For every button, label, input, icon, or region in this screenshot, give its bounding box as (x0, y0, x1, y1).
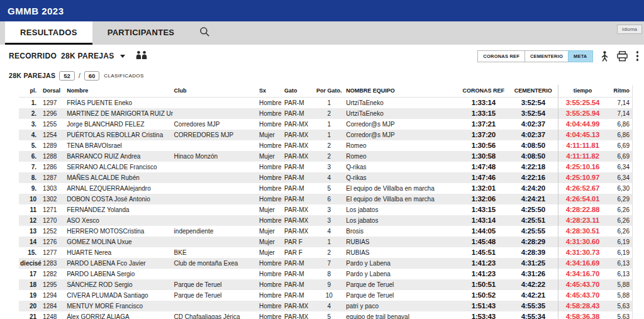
checkpoint-meta-button[interactable]: META (568, 50, 593, 62)
cell-por-cat: 10 (313, 290, 345, 301)
cell-cementerio: 3:52:54 (509, 98, 558, 108)
cell-tiempo: 4:11:11.81 (558, 140, 607, 151)
runner-icon[interactable] (600, 50, 609, 62)
cell-nombre: DOBON COSTA José Antonio (65, 194, 172, 204)
cell-equipo: RUBIAS (345, 237, 458, 247)
cell-club (173, 301, 258, 311)
cell-cat: PAR-M (283, 290, 313, 301)
cell-cementerio: 4:08:50 (509, 140, 558, 151)
cell-equipo: Corredor@s MJP (345, 130, 458, 140)
cell-tiempo: 4:26:52.67 (558, 183, 607, 194)
cell-sx: Hombre (258, 194, 283, 204)
cell-dorsal: 1296 (42, 108, 65, 119)
cell-cementerio: 4:25:55 (509, 226, 558, 237)
cell-coronas-ref: 1:50:52 (458, 290, 509, 301)
recorrido-label: RECORRIDO (9, 52, 57, 60)
cell-pl: 8. (19, 172, 42, 183)
table-row[interactable]: 4.1254PUÉRTOLAS REBOLLAR CristinaCORREDO… (19, 130, 633, 140)
cell-ritmo: 6,26 (607, 215, 632, 226)
table-row[interactable]: 8.1287MAÑES ALCALDE RubénHombrePAR-M4Q-r… (19, 172, 633, 183)
cell-nombre: FRÍAS PUENTE Eneko (65, 98, 172, 108)
checkpoint-cementerio-button[interactable]: CEMENTERIO (525, 50, 569, 62)
cell-club: Parque de Teruel (173, 279, 258, 290)
cell-equipo: patri y paco (345, 301, 458, 311)
table-row[interactable]: 9.1303ARNAL EZQUERRAAlejandroHombrePAR-M… (19, 183, 633, 194)
cell-pl: dieciséis. (19, 258, 42, 269)
cell-nombre: Jorge BLANCHARD FELEZ (65, 119, 172, 130)
cell-sx: Hombre (258, 108, 283, 119)
table-row[interactable]: 111271FERNÁNDEZ YolandaMujerPAR-MX3Los j… (19, 204, 633, 215)
cell-tiempo: 4:28:30.51 (558, 226, 607, 237)
cell-cat: PAR-M (283, 108, 313, 119)
printer-icon[interactable] (616, 51, 628, 62)
table-row[interactable]: 7.1286SERRANO ALCALDE FranciscoHombrePAR… (19, 162, 633, 172)
cell-nombre: Álex GORRIZ ALIAGA (65, 311, 172, 319)
tab-participantes[interactable]: PARTICIPANTES (92, 21, 190, 45)
cell-cat: PAR-MX (283, 140, 313, 151)
kebab-menu-icon[interactable] (635, 50, 642, 62)
cell-por-cat: 8 (313, 269, 345, 279)
table-row[interactable]: 171282PARDO LABENA SergioHombrePAR-M8Par… (19, 269, 633, 279)
cell-ritmo: 6,30 (607, 183, 632, 194)
table-row[interactable]: 6.1288BARRANCO RUIZ AndreaHinaco MonzónM… (19, 151, 633, 162)
cell-pl: 18 (19, 279, 42, 290)
table-row[interactable]: 5.1289TENA BRAVOIsraelHombrePAR-MX2Romeo… (19, 140, 633, 151)
search-icon (199, 26, 211, 40)
table-row[interactable]: 101302DOBON COSTA José AntonioHombrePAR-… (19, 194, 633, 204)
cell-equipo: Romeo (345, 140, 458, 151)
col-por-cat-header: Por Gato. (313, 85, 345, 98)
cell-equipo: Romeo (345, 151, 458, 162)
table-row[interactable]: 201284MENTUY MORÉ FranciscoHombrePAR-MX4… (19, 301, 633, 311)
summary-category: 28K PAREJAS (9, 72, 55, 79)
cell-dorsal: 1270 (42, 215, 65, 226)
cell-pl: 20 (19, 301, 42, 311)
cell-equipo: Parque de Teruel (345, 279, 458, 290)
cell-equipo: UrtziTaEneko (345, 98, 458, 108)
cell-equipo: El equipo de Villalba en marcha (345, 183, 458, 194)
cell-club (173, 215, 258, 226)
table-row[interactable]: 191294CIVERA PLUMADA SantiagoParque de T… (19, 290, 633, 301)
cell-cat: PAR-M (283, 258, 313, 269)
search-button[interactable] (189, 21, 219, 45)
cell-nombre: FERNÁNDEZ Yolanda (65, 204, 172, 215)
cell-tiempo: 4:28:23.11 (558, 215, 607, 226)
table-row[interactable]: 15.1277HUARTE NereaBKEMujerPAR F2RUBIAS1… (19, 247, 633, 258)
table-row[interactable]: 131252HERRERO MOTOSCristinaindependiente… (19, 226, 633, 237)
table-row[interactable]: 211248Álex GORRIZ ALIAGACD Chafaaliagas … (19, 311, 633, 319)
cell-coronas-ref: 1:33:14 (458, 98, 509, 108)
cell-coronas-ref: 1:45:48 (458, 237, 509, 247)
cell-tiempo: 4:25:10.16 (558, 162, 607, 172)
cell-sx: Hombre (258, 215, 283, 226)
cell-cementerio: 4:31:25 (509, 258, 558, 269)
cell-coronas-ref: 1:37:20 (458, 130, 509, 140)
table-row[interactable]: 1.1297FRÍAS PUENTE EnekoHombrePAR-M1Urtz… (19, 98, 633, 108)
cell-dorsal: 1303 (42, 183, 65, 194)
cell-ritmo: 6,34 (607, 172, 632, 183)
table-row[interactable]: 121270ASO XescoHombrePAR-MX3Los jabatos1… (19, 215, 633, 226)
cell-nombre: SÁNCHEZ ROD Sergio (65, 279, 172, 290)
recorrido-dropdown[interactable]: RECORRIDO 28K PAREJAS (9, 50, 148, 62)
cell-cementerio: 4:31:26 (509, 269, 558, 279)
table-row[interactable]: 3.1255Jorge BLANCHARD FELEZCorredores MJ… (19, 119, 633, 130)
cell-coronas-ref: 1:32:06 (458, 194, 509, 204)
table-row[interactable]: 2.1296MARTINEZ DE MARIGORTA RUIZ UrtziHo… (19, 108, 633, 119)
cell-tiempo: 3:55:25.94 (558, 108, 607, 119)
checkpoint-coronas-ref-button[interactable]: CORONAS REF (477, 50, 525, 62)
summary-row: 28K PAREJAS 52 / 60 CLASIFICADOS (0, 67, 644, 84)
cell-club (173, 194, 258, 204)
language-button[interactable]: Idioma (617, 25, 642, 34)
cell-cat: PAR-M (283, 162, 313, 172)
tab-resultados[interactable]: RESULTADOS (5, 21, 92, 45)
table-row[interactable]: 141276GOMEZ MOLINA UxueMujerPAR F1RUBIAS… (19, 237, 633, 247)
couple-icon (135, 50, 148, 62)
cell-por-cat: 6 (313, 194, 345, 204)
cell-cat: PAR-M (283, 194, 313, 204)
cell-equipo: Pardo y Labena (345, 269, 458, 279)
table-row[interactable]: dieciséis.1283PARDO LABENA Fco JavierClu… (19, 258, 633, 269)
cell-por-cat: 1 (313, 237, 345, 247)
cell-cementerio: 4:55:35 (509, 301, 558, 311)
cell-pl: 21 (19, 311, 42, 319)
table-row[interactable]: 181295SÁNCHEZ ROD SergioParque de Teruel… (19, 279, 633, 290)
cell-coronas-ref: 1:50:51 (458, 279, 509, 290)
tab-resultados-label: RESULTADOS (20, 28, 77, 37)
